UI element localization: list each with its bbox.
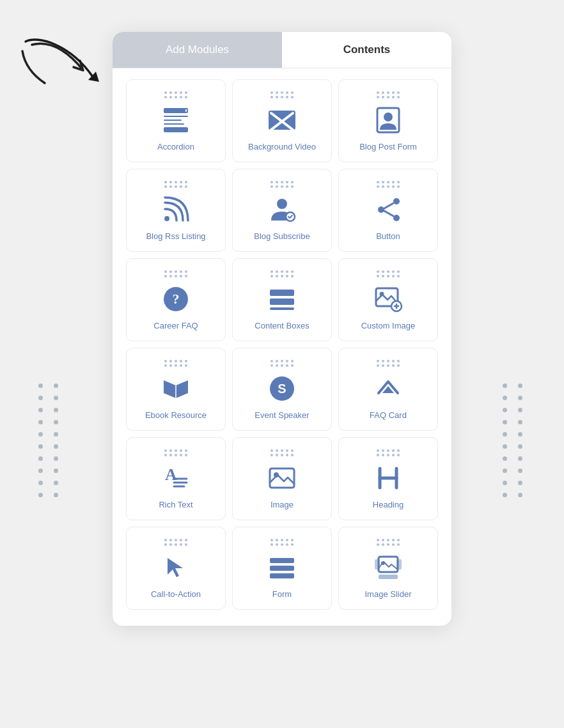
background-video-icon: [265, 104, 299, 137]
svg-point-11: [384, 112, 393, 121]
blog-rss-listing-icon: [159, 193, 192, 226]
dots-right: [503, 383, 526, 497]
dots-left: [38, 383, 61, 497]
background-video-label: Background Video: [248, 142, 316, 153]
module-blog-subscribe[interactable]: Blog Subscribe: [232, 169, 332, 252]
arrow-decoration: [19, 32, 109, 96]
drag-handle: [164, 181, 188, 188]
faq-card-icon: [372, 372, 405, 405]
call-to-action-label: Call-to-Action: [151, 589, 201, 600]
module-blog-post-form[interactable]: Blog Post Form: [338, 79, 438, 162]
svg-rect-4: [164, 123, 184, 125]
accordion-icon: [159, 104, 192, 137]
drag-handle: [377, 539, 400, 546]
drag-handle: [164, 360, 188, 367]
ebook-resource-icon: [159, 372, 192, 405]
svg-rect-48: [379, 575, 398, 579]
image-label: Image: [270, 500, 294, 511]
module-call-to-action[interactable]: Call-to-Action: [126, 527, 226, 610]
svg-rect-43: [270, 573, 294, 578]
tab-add-modules[interactable]: Add Modules: [113, 32, 282, 68]
svg-point-13: [277, 199, 287, 209]
drag-handle: [270, 539, 294, 546]
drag-handle: [270, 91, 294, 98]
svg-point-17: [393, 215, 400, 221]
svg-rect-22: [270, 290, 294, 296]
content-boxes-label: Content Boxes: [255, 321, 309, 332]
drag-handle: [164, 270, 188, 277]
blog-post-form-label: Blog Post Form: [359, 142, 417, 153]
svg-rect-1: [164, 108, 188, 113]
button-icon: [372, 193, 405, 226]
heading-label: Heading: [373, 500, 403, 511]
svg-rect-41: [270, 558, 294, 563]
drag-handle: [377, 91, 400, 98]
drag-handle: [377, 181, 400, 188]
module-custom-image[interactable]: Custom Image: [338, 258, 438, 341]
svg-line-18: [384, 203, 393, 208]
image-icon: [265, 461, 299, 495]
svg-text:S: S: [278, 382, 286, 396]
module-career-faq[interactable]: ? Career FAQ: [126, 258, 226, 341]
event-speaker-icon: S: [265, 372, 299, 405]
call-to-action-icon: [159, 551, 192, 584]
module-blog-rss-listing[interactable]: Blog Rss Listing: [126, 169, 226, 252]
blog-subscribe-icon: [265, 193, 299, 226]
custom-image-icon: [372, 283, 405, 316]
module-accordion[interactable]: Accordion: [126, 79, 226, 162]
svg-text:?: ?: [173, 291, 180, 307]
ebook-resource-label: Ebook Resource: [145, 410, 207, 421]
drag-handle: [377, 360, 400, 367]
drag-handle: [377, 270, 400, 277]
main-panel: Add Modules Contents: [113, 32, 451, 626]
module-image[interactable]: Image: [232, 437, 332, 520]
accordion-label: Accordion: [157, 142, 194, 153]
blog-post-form-icon: [372, 104, 405, 137]
svg-rect-42: [270, 566, 294, 571]
svg-point-16: [393, 198, 400, 205]
drag-handle: [270, 360, 294, 367]
module-button[interactable]: Button: [338, 169, 438, 252]
form-icon: [265, 551, 299, 584]
svg-rect-2: [164, 116, 188, 117]
custom-image-label: Custom Image: [361, 321, 416, 332]
career-faq-label: Career FAQ: [153, 321, 198, 332]
module-event-speaker[interactable]: S Event Speaker: [232, 348, 332, 431]
module-form[interactable]: Form: [232, 527, 332, 610]
image-slider-label: Image Slider: [365, 589, 412, 600]
drag-handle: [377, 449, 400, 456]
svg-line-19: [384, 211, 393, 216]
drag-handle: [270, 449, 294, 456]
module-heading[interactable]: Heading: [338, 437, 438, 520]
module-image-slider[interactable]: Image Slider: [338, 527, 438, 610]
svg-rect-5: [164, 127, 188, 132]
svg-rect-46: [396, 559, 402, 569]
drag-handle: [164, 449, 188, 456]
module-rich-text[interactable]: A Rich Text: [126, 437, 226, 520]
svg-rect-3: [164, 120, 182, 121]
svg-text:A: A: [165, 465, 177, 484]
rich-text-label: Rich Text: [159, 500, 192, 511]
faq-card-label: FAQ Card: [370, 410, 407, 421]
content-boxes-icon: [265, 283, 299, 316]
blog-subscribe-label: Blog Subscribe: [254, 231, 309, 242]
module-faq-card[interactable]: FAQ Card: [338, 348, 438, 431]
button-label: Button: [376, 231, 400, 242]
image-slider-icon: [372, 551, 405, 584]
form-label: Form: [272, 589, 292, 600]
drag-handle: [270, 270, 294, 277]
page-wrapper: Add Modules Contents: [0, 13, 564, 728]
tabs-bar: Add Modules Contents: [113, 32, 451, 68]
svg-rect-23: [270, 298, 294, 305]
modules-grid: Accordion Background Video: [113, 68, 451, 626]
module-content-boxes[interactable]: Content Boxes: [232, 258, 332, 341]
drag-handle: [164, 91, 188, 98]
svg-point-15: [378, 206, 384, 213]
event-speaker-label: Event Speaker: [255, 410, 309, 421]
module-background-video[interactable]: Background Video: [232, 79, 332, 162]
svg-point-12: [164, 216, 169, 221]
module-ebook-resource[interactable]: Ebook Resource: [126, 348, 226, 431]
tab-contents[interactable]: Contents: [282, 32, 451, 68]
svg-rect-24: [270, 307, 294, 310]
career-faq-icon: ?: [159, 283, 192, 316]
